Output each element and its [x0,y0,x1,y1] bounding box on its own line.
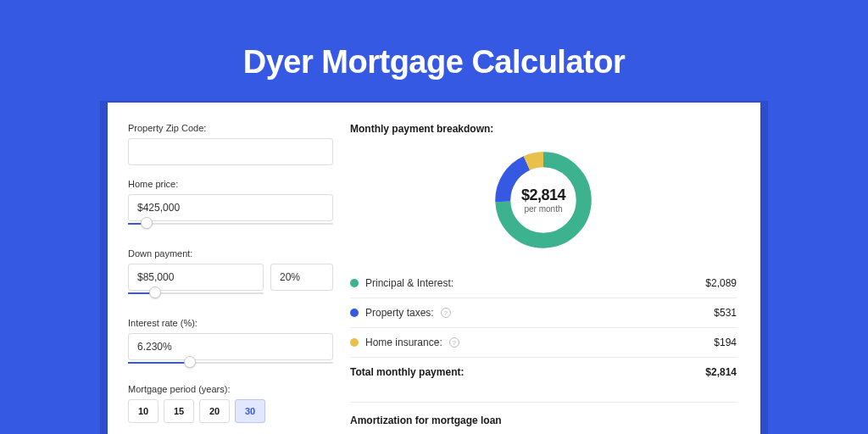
period-option-10[interactable]: 10 [128,399,159,423]
legend-dot-icon [350,279,359,287]
home-price-field: Home price: [128,179,333,233]
legend-label: Home insurance: [365,337,442,348]
down-payment-label: Down payment: [128,248,333,259]
legend-dot-icon [350,338,359,347]
donut-center-amount: $2,814 [521,186,565,204]
zip-label: Property Zip Code: [128,123,333,133]
form-column: Property Zip Code: Home price: Down paym… [128,123,333,434]
legend-value: $2,089 [705,277,737,289]
slider-thumb-icon[interactable] [149,287,161,298]
home-price-slider[interactable] [128,221,333,233]
legend-dot-icon [350,309,359,317]
legend-row: Property taxes:?$531 [350,298,737,327]
slider-thumb-icon[interactable] [141,217,153,229]
zip-input[interactable] [128,138,333,165]
info-icon[interactable]: ? [441,308,451,318]
legend-value: $194 [714,337,737,348]
home-price-input[interactable] [128,194,333,221]
breakdown-column: Monthly payment breakdown: $2,814 per mo… [350,123,737,434]
down-payment-pct-input[interactable] [270,264,333,291]
mortgage-period-label: Mortgage period (years): [128,384,333,394]
period-option-20[interactable]: 20 [199,399,230,423]
donut-chart-wrap: $2,814 per month [350,140,737,264]
interest-rate-input[interactable] [128,333,333,360]
legend-row: Home insurance:?$194 [350,327,737,357]
down-payment-field: Down payment: [128,248,333,303]
total-label: Total monthly payment: [350,366,464,378]
header-stripe: Property Zip Code: Home price: Down paym… [100,101,768,434]
down-payment-amount-input[interactable] [128,264,264,291]
legend-value: $531 [714,307,737,319]
zip-field: Property Zip Code: [128,123,333,165]
info-icon[interactable]: ? [449,337,459,348]
mortgage-period-field: Mortgage period (years): 10152030 [128,384,333,423]
legend-row: Principal & Interest:$2,089 [350,269,737,298]
down-payment-slider[interactable] [128,291,264,303]
interest-rate-label: Interest rate (%): [128,318,333,328]
amortization-title: Amortization for mortgage loan [350,415,737,426]
interest-rate-field: Interest rate (%): [128,318,333,372]
total-row: Total monthly payment: $2,814 [350,357,737,387]
legend-label: Principal & Interest: [365,277,453,289]
period-option-15[interactable]: 15 [164,399,194,423]
mortgage-period-options: 10152030 [128,399,333,423]
home-price-label: Home price: [128,179,333,189]
legend-label: Property taxes: [365,307,434,319]
donut-center-sub: per month [524,204,562,214]
total-value: $2,814 [705,366,737,378]
interest-rate-slider[interactable] [128,360,333,372]
breakdown-title: Monthly payment breakdown: [350,123,737,135]
breakdown-legend: Principal & Interest:$2,089Property taxe… [350,269,737,357]
calculator-card: Property Zip Code: Home price: Down paym… [108,103,760,434]
amortization-section: Amortization for mortgage loan Amortizat… [350,402,737,434]
slider-thumb-icon[interactable] [184,356,196,368]
donut-chart: $2,814 per month [490,147,597,253]
page-title: Dyer Mortgage Calculator [243,44,625,81]
period-option-30[interactable]: 30 [235,399,265,423]
